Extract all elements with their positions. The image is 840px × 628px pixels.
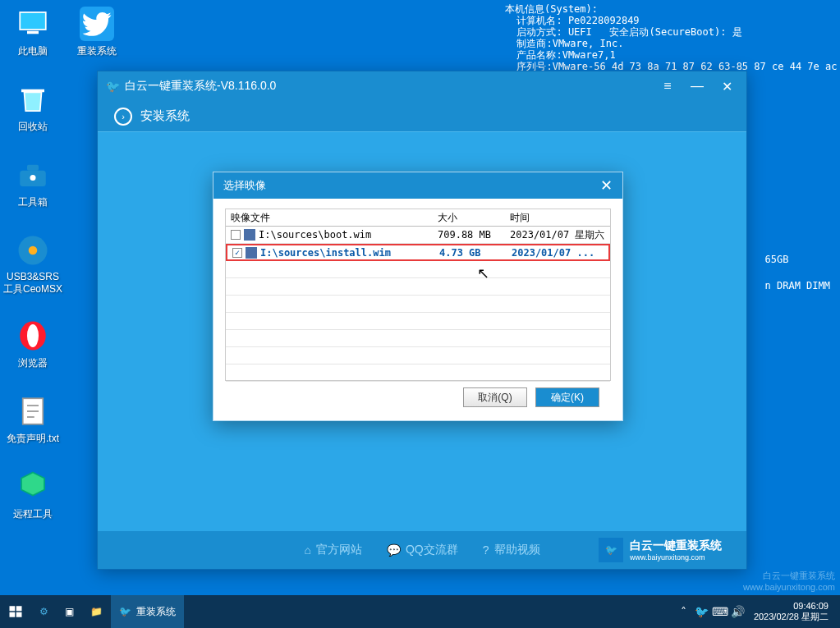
checkbox[interactable] [231, 230, 241, 240]
grid-header: 映像文件 大小 时间 [226, 209, 610, 227]
brand-name: 白云一键重装系统 [630, 539, 722, 553]
desktop-icon-recycle[interactable]: 回收站 [3, 82, 62, 134]
desktop-icon-this-pc[interactable]: 此电脑 [3, 7, 62, 58]
right-info: 65GB n DRAM DIMM [765, 253, 830, 292]
trash-icon [16, 82, 50, 117]
chat-icon: 💬 [387, 543, 401, 557]
col-size[interactable]: 大小 [438, 209, 510, 226]
link-help[interactable]: ?帮助视频 [483, 543, 540, 557]
grid-row-empty [226, 364, 610, 382]
dialog-titlebar[interactable]: 选择映像 ✕ [213, 172, 622, 199]
gear-icon: ⚙ [39, 606, 48, 617]
bird-icon: 🐦 [599, 538, 623, 562]
file-icon [244, 229, 255, 241]
dialog-title: 选择映像 [223, 178, 266, 193]
svg-rect-14 [10, 606, 16, 611]
close-button[interactable]: ✕ [715, 77, 738, 95]
ok-button[interactable]: 确定(K) [535, 387, 599, 407]
tray-keyboard-icon[interactable]: ⌨ [713, 604, 728, 619]
windows-icon [8, 604, 23, 619]
svg-rect-15 [16, 606, 22, 611]
bird-icon: 🐦 [119, 606, 131, 617]
svg-rect-2 [21, 89, 44, 93]
desktop-icon-reinstall[interactable]: 重装系统 [67, 7, 126, 58]
menu-button[interactable]: ≡ [656, 77, 679, 95]
grid-row-empty [226, 330, 610, 347]
col-time[interactable]: 时间 [510, 209, 610, 226]
desktop-icon-disclaimer[interactable]: 免责声明.txt [3, 394, 62, 446]
desktop-icon-toolbox[interactable]: 工具箱 [3, 158, 62, 209]
col-file[interactable]: 映像文件 [226, 209, 438, 226]
svg-rect-0 [20, 12, 46, 30]
help-icon: ? [483, 543, 489, 557]
taskbar-icon-2[interactable]: ▣ [57, 595, 82, 628]
toolbox-icon [16, 158, 50, 192]
svg-rect-16 [10, 612, 16, 617]
tray-bird-icon[interactable]: 🐦 [695, 604, 709, 619]
grid-row[interactable]: I:\sources\boot.wim 709.88 MB 2023/01/07… [226, 227, 610, 244]
taskbar: ⚙ ▣ 📁 🐦 重装系统 ˄ 🐦 ⌨ 🔊 09:46:09 2023/02/28… [0, 595, 840, 628]
link-qq[interactable]: 💬QQ交流群 [387, 543, 458, 557]
svg-rect-1 [27, 31, 39, 34]
disc-icon [16, 233, 50, 268]
opera-icon [16, 319, 50, 353]
minimize-button[interactable]: — [686, 77, 709, 95]
start-button[interactable] [0, 595, 31, 628]
taskbar-icon-3[interactable]: 📁 [82, 595, 111, 628]
grid-row-empty [226, 347, 610, 364]
system-tray: ˄ 🐦 ⌨ 🔊 09:46:09 2023/02/28 星期二 [677, 595, 840, 628]
folder-icon: 📁 [90, 606, 103, 617]
desktop-icon-remote[interactable]: 远程工具 [3, 470, 62, 521]
brand: 🐦 白云一键重装系统 www.baiyunxitong.com [599, 538, 722, 562]
desktop-icon-usb3[interactable]: USB3&SRS 工具CeoMSX [3, 233, 62, 296]
grid-row-empty [226, 278, 610, 296]
grid-row-selected[interactable]: ✓I:\sources\install.wim 4.73 GB 2023/01/… [226, 244, 610, 261]
grid-row-empty [226, 296, 610, 313]
app-title: 白云一键重装系统-V8.116.0.0 [125, 79, 276, 94]
textfile-icon [16, 394, 50, 429]
arrow-circle-icon: › [114, 108, 132, 126]
watermark: 白云一键重装系统 www.baiyunxitong.com [743, 570, 835, 592]
home-icon: ⌂ [304, 543, 310, 557]
terminal-icon: ▣ [65, 606, 74, 617]
image-grid: 映像文件 大小 时间 I:\sources\boot.wim 709.88 MB… [225, 209, 611, 381]
svg-point-5 [30, 175, 36, 181]
grid-row-empty [226, 261, 610, 278]
desktop-icon-browser[interactable]: 浏览器 [3, 319, 62, 370]
taskbar-app-reinstall[interactable]: 🐦 重装系统 [111, 595, 184, 628]
cube-icon [16, 470, 50, 504]
section-header: › 安装系统 [98, 101, 746, 132]
bird-icon [80, 7, 114, 41]
bird-icon: 🐦 [106, 80, 120, 93]
select-image-dialog: 选择映像 ✕ 映像文件 大小 时间 I:\sources\boot.wim 70… [213, 172, 623, 421]
tray-chevron-icon[interactable]: ˄ [677, 604, 691, 619]
file-icon [246, 247, 257, 259]
system-info-panel: 本机信息(System): 计算机名: Pe0228092849 启动方式: U… [505, 3, 840, 72]
app-titlebar[interactable]: 🐦 白云一键重装系统-V8.116.0.0 ≡ — ✕ [98, 71, 746, 101]
svg-rect-4 [27, 165, 39, 171]
svg-point-9 [27, 324, 39, 347]
svg-point-7 [29, 246, 38, 255]
section-title: 安装系统 [140, 108, 190, 124]
dialog-close-button[interactable]: ✕ [600, 176, 613, 195]
checkbox-checked[interactable]: ✓ [232, 248, 242, 258]
svg-rect-17 [16, 612, 22, 617]
taskbar-icon-1[interactable]: ⚙ [31, 595, 57, 628]
grid-row-empty [226, 313, 610, 330]
tray-volume-icon[interactable]: 🔊 [731, 604, 746, 619]
cancel-button[interactable]: 取消(Q) [463, 387, 527, 407]
link-website[interactable]: ⌂官方网站 [304, 543, 361, 557]
monitor-icon [16, 7, 50, 41]
taskbar-clock[interactable]: 09:46:09 2023/02/28 星期二 [749, 601, 833, 622]
brand-url: www.baiyunxitong.com [630, 553, 722, 562]
